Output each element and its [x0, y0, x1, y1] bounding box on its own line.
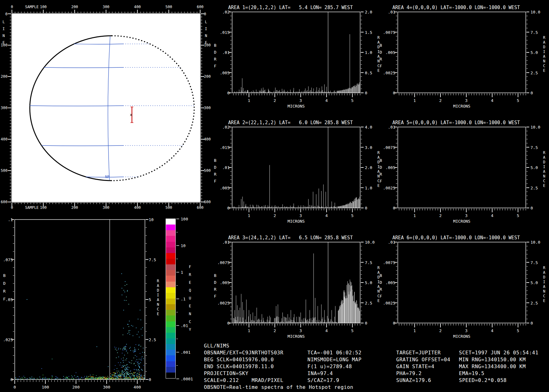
colorbar-band — [166, 338, 175, 344]
area-yaxis-left-title: R — [380, 287, 382, 291]
area-yaxis-left-tick-label: 0 — [227, 206, 230, 210]
map-line-axis-label: N — [3, 34, 5, 38]
map-sample-tick-label: 0 — [11, 206, 13, 209]
map-sample-tick-label: 400 — [134, 206, 141, 209]
map-sample-axis-label: SAMPLE — [25, 5, 39, 9]
area-yaxis-right-tick-label: 0 — [365, 91, 367, 95]
area-yaxis-right-tick-label: 10.0 — [530, 10, 540, 14]
area-yaxis-right-tick-label: 7.5 — [365, 261, 372, 265]
area-yaxis-left-tick-label: .0075 — [217, 261, 230, 265]
map-line-axis-label: E — [3, 41, 5, 45]
area-xaxis-tick-label: 3 — [300, 214, 302, 218]
colorbar-axis-title: Y — [189, 328, 191, 331]
area-yaxis-left-tick-label: 0 — [393, 91, 395, 95]
area-yaxis-right-tick-label: 0 — [530, 321, 533, 325]
area-yaxis-right-title: E — [543, 184, 545, 188]
area-yaxis-right-title: E — [543, 69, 545, 72]
area-yaxis-left-tick-label: .01 — [388, 125, 395, 129]
scet-field: SCET=1997 JUN 26 05:54:41 — [459, 350, 538, 356]
map-line-tick-label: 600 — [1, 200, 8, 204]
area-yaxis-right-tick-label: 1.0 — [365, 186, 372, 190]
map-sample-tick-label: 200 — [71, 5, 78, 9]
area-yaxis-left-title: B — [214, 43, 216, 47]
map-line-tick-label: 400 — [1, 137, 8, 141]
area-yaxis-right-title: R — [543, 36, 545, 40]
colorbar-tick-label: 1 — [181, 270, 183, 274]
area-yaxis-right-title: D — [543, 45, 545, 49]
colorbar-band — [166, 293, 175, 299]
north-pole-label: NP — [105, 175, 109, 179]
area-yaxis-left-title: B — [380, 43, 382, 47]
colorbar-band — [166, 276, 175, 281]
area-yaxis-left-tick-label: .005 — [220, 186, 230, 190]
scatter-yaxis-right-title: E — [157, 312, 159, 316]
scatter-yaxis-left-tick-label: .075 — [3, 258, 13, 262]
scatter-yaxis-right-tick-label: 10 — [149, 218, 154, 222]
area-yaxis-right-tick-label: 0 — [365, 321, 367, 325]
scatter-yaxis-right-tick-label: 5 — [149, 298, 151, 302]
colorbar-axis-title: N — [189, 312, 191, 316]
area-yaxis-right-title: N — [543, 174, 545, 178]
area-yaxis-right-tick-label: 7.5 — [530, 30, 538, 34]
area-xaxis-tick-label: 3 — [465, 214, 468, 218]
map-sample-tick-label: 0 — [11, 5, 13, 9]
area-xaxis-tick-label: 3 — [465, 329, 468, 333]
beg-sclk-field: BEG SCLK=04015976.00.0 — [204, 357, 274, 363]
scatter-yaxis-right-title: A — [157, 284, 159, 288]
area-spectrum-plot[interactable] — [210, 124, 388, 227]
colorbar-band — [166, 321, 175, 327]
area-yaxis-left-tick-label: .005 — [386, 281, 395, 285]
target-field: TARGET=JUPITER — [396, 350, 441, 356]
area-yaxis-left-title: D — [214, 165, 216, 169]
area-xaxis-tick-label: 3 — [300, 98, 302, 103]
area-xaxis-tick-label: 1 — [248, 329, 250, 333]
area-spectrum-plot[interactable] — [376, 124, 549, 227]
area-yaxis-right-title: I — [543, 50, 545, 54]
area-yaxis-right-tick-label: 2.5 — [530, 71, 538, 75]
colorbar-band — [166, 219, 175, 225]
map-line-tick-label: 0 — [5, 12, 8, 16]
area-xaxis-tick-label: 2 — [274, 214, 276, 218]
area-yaxis-left-title: F — [380, 179, 382, 183]
area-yaxis-left-tick-label: .005 — [220, 281, 230, 285]
ema-field: EMA=19.5 — [459, 370, 484, 376]
map-canvas[interactable]: xNP — [0, 0, 225, 216]
area-spectrum-plot[interactable] — [376, 9, 549, 112]
area-yaxis-right-tick-label: 10.0 — [530, 125, 540, 129]
colorbar-tick-label: .01 — [181, 324, 188, 328]
area-xaxis-tick-label: 1 — [248, 98, 250, 103]
area-yaxis-right-tick-label: 2.5 — [530, 301, 538, 305]
area-yaxis-left-title: R — [214, 287, 216, 291]
area-yaxis-left-tick-label: .0025 — [383, 301, 395, 305]
scatter-plot[interactable] — [0, 216, 168, 392]
area-yaxis-right-title: D — [543, 160, 545, 164]
scatter-yaxis-right-title: A — [157, 298, 159, 302]
map-sample-tick-label: 600 — [197, 206, 204, 209]
area-xaxis-title: MICRONS — [288, 334, 305, 338]
area-yaxis-left-tick-label: 0 — [393, 206, 395, 210]
scaz-field: S/CAZ=17.9 — [307, 377, 339, 383]
area-yaxis-left-tick-label: .01 — [388, 10, 395, 14]
map-line-axis-label: I — [205, 27, 207, 31]
area-yaxis-right-tick-label: 1.5 — [365, 30, 372, 34]
colorbar-band — [166, 327, 175, 333]
area-xaxis-tick-label: 4 — [491, 329, 493, 333]
area-xaxis-tick-label: 2 — [274, 98, 276, 103]
area-yaxis-left-title: B — [214, 158, 216, 162]
area-spectrum-plot[interactable] — [210, 9, 388, 112]
map-sample-axis-label: SAMPLE — [25, 206, 39, 209]
map-line-axis-label: L — [3, 20, 5, 24]
map-line-tick-label: 200 — [204, 75, 211, 78]
area-yaxis-right-tick-label: 2.5 — [365, 301, 372, 305]
area-spectrum-plot[interactable] — [376, 239, 549, 342]
area-spectrum-plot[interactable] — [210, 239, 388, 342]
area-yaxis-right-title: A — [543, 285, 545, 289]
area-yaxis-right-title: C — [543, 294, 545, 298]
area-yaxis-right-tick-label: 7.5 — [530, 146, 538, 150]
area-yaxis-right-title: I — [543, 280, 545, 284]
area-yaxis-right-title: D — [543, 275, 545, 279]
colorbar-band — [166, 350, 175, 355]
map-sample-tick-label: 300 — [103, 206, 109, 209]
area-xaxis-title: MICRONS — [453, 104, 471, 108]
scatter-xaxis-tick-label: 100 — [42, 385, 49, 389]
